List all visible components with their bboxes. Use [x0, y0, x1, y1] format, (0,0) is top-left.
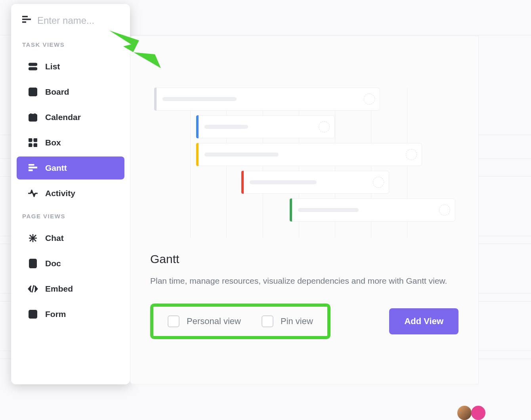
page-view-doc[interactable]: Doc: [17, 252, 124, 275]
highlighted-options: Personal view Pin view: [150, 304, 330, 339]
svg-rect-0: [22, 16, 28, 17]
view-label: Activity: [45, 189, 75, 198]
svg-rect-11: [29, 138, 32, 142]
list-icon: [28, 63, 38, 71]
activity-icon: [28, 189, 38, 197]
task-view-activity[interactable]: Activity: [17, 182, 124, 205]
svg-rect-2: [22, 21, 26, 23]
svg-rect-14: [34, 143, 37, 147]
task-view-calendar[interactable]: Calendar: [17, 106, 124, 129]
page-view-form[interactable]: Form: [17, 303, 124, 326]
svg-rect-7: [29, 115, 37, 121]
svg-rect-12: [34, 138, 37, 142]
view-label: Gantt: [45, 163, 67, 173]
view-label: Box: [45, 138, 61, 147]
svg-rect-13: [29, 143, 32, 147]
page-view-chat[interactable]: Chat: [17, 227, 124, 250]
calendar-icon: [28, 113, 38, 122]
gantt-illustration: [154, 88, 455, 238]
doc-icon: [28, 259, 38, 268]
page-view-embed[interactable]: Embed: [17, 277, 124, 300]
svg-rect-16: [29, 167, 37, 168]
add-view-button[interactable]: Add View: [389, 308, 458, 334]
view-label: Doc: [45, 259, 61, 268]
view-label: List: [45, 62, 60, 71]
option-label: Personal view: [187, 316, 241, 326]
chat-icon: [28, 234, 38, 242]
task-view-box[interactable]: Box: [17, 131, 124, 154]
form-icon: [28, 310, 38, 319]
view-label: Form: [45, 309, 66, 319]
task-views-heading: TASK VIEWS: [11, 37, 130, 53]
preview-description: Plan time, manage resources, visualize d…: [150, 275, 447, 288]
svg-rect-17: [29, 170, 32, 171]
option-label: Pin view: [281, 316, 313, 326]
checkbox-icon: [262, 315, 273, 327]
view-name-row: [11, 15, 130, 37]
svg-line-26: [32, 286, 34, 292]
svg-rect-15: [29, 164, 34, 166]
svg-rect-4: [29, 67, 37, 70]
gantt-icon: [22, 16, 31, 25]
preview-title: Gantt: [150, 252, 458, 266]
views-panel: TASK VIEWS List Board Calendar Box Gantt: [11, 4, 130, 384]
view-label: Embed: [45, 284, 73, 294]
task-view-gantt[interactable]: Gantt: [17, 157, 124, 179]
preview-options-row: Personal view Pin view Add View: [150, 304, 458, 339]
board-icon: [28, 88, 38, 96]
view-label: Calendar: [45, 113, 81, 122]
svg-rect-3: [29, 63, 37, 66]
embed-icon: [28, 285, 38, 293]
checkbox-icon: [168, 315, 180, 327]
gantt-icon: [28, 164, 38, 172]
view-name-input[interactable]: [37, 15, 156, 26]
view-label: Board: [45, 87, 69, 97]
task-view-board[interactable]: Board: [17, 80, 124, 103]
personal-view-option[interactable]: Personal view: [168, 315, 241, 327]
box-icon: [28, 138, 38, 147]
pin-view-option[interactable]: Pin view: [262, 315, 313, 327]
view-label: Chat: [45, 233, 64, 243]
view-preview-panel: Gantt Plan time, manage resources, visua…: [130, 36, 479, 384]
page-views-heading: PAGE VIEWS: [11, 209, 130, 224]
svg-rect-1: [22, 19, 31, 20]
task-view-list[interactable]: List: [17, 55, 124, 78]
